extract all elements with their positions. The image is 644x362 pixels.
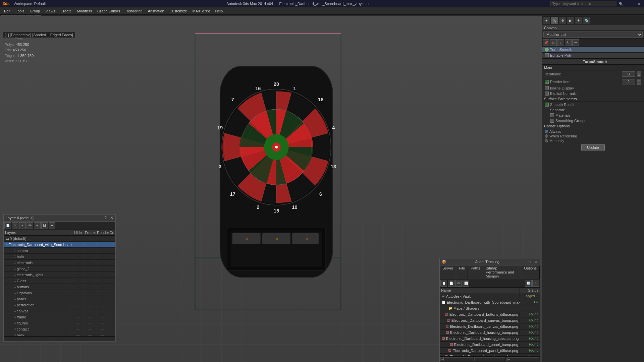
asset-row-0[interactable]: 🏛Autodesk VaultLogged O: [440, 293, 540, 299]
rp-icon-display[interactable]: 👁: [575, 17, 582, 24]
asset-row-2[interactable]: 📁Maps / Shaders: [440, 305, 540, 311]
menu-item-customize[interactable]: Customize: [167, 7, 190, 14]
asset-btn-3[interactable]: 🗂: [455, 280, 462, 287]
asset-scroll-track[interactable]: [474, 357, 505, 361]
layers-row-15[interactable]: ⬡contact———: [4, 326, 115, 332]
asset-row-3[interactable]: 🖼Electronic_Dartboard_buttons_diffuse.pn…: [440, 311, 540, 317]
layers-row-14[interactable]: ⬡figures———: [4, 320, 115, 326]
layers-row-10[interactable]: ⬡panel———: [4, 296, 115, 302]
menu-item-graph-editors[interactable]: Graph Editors: [95, 7, 123, 14]
asset-row-5[interactable]: 🖼Electronic_Dartboard_canvas_diffuse.png…: [440, 323, 540, 329]
asset-menu-server[interactable]: Server: [440, 265, 456, 279]
layers-row-3[interactable]: ⬡bulb———: [4, 254, 115, 260]
layers-btn-hide[interactable]: 👁: [26, 222, 33, 229]
rp-icon-create[interactable]: ✦: [543, 17, 550, 24]
layers-row-4[interactable]: ⬡electronic———: [4, 260, 115, 266]
when-rendering-radio[interactable]: [545, 134, 548, 138]
layers-row-9[interactable]: ⬡Lightbulb———: [4, 290, 115, 296]
asset-close-btn[interactable]: ✕: [534, 259, 538, 264]
search-icon[interactable]: 🔍: [619, 1, 623, 6]
asset-btn-refresh[interactable]: 🔄: [525, 280, 532, 287]
minimize-button[interactable]: −: [625, 1, 629, 6]
mod-icon-box[interactable]: □: [550, 39, 557, 46]
layers-row-11[interactable]: ⬡perforation———: [4, 302, 115, 308]
layers-row-5[interactable]: ⬡glass_2———: [4, 266, 115, 272]
layers-row-16[interactable]: ⬡halp———: [4, 332, 115, 336]
always-radio[interactable]: [545, 130, 548, 133]
asset-row-7[interactable]: 🖼Electronic_Dartboard_housing_specular.p…: [440, 336, 540, 342]
mod-icon-pin[interactable]: 📌: [543, 39, 549, 46]
asset-row-10[interactable]: 🖼Electronic_Dartboard_panel_specular.png…: [440, 354, 540, 356]
menu-item-group[interactable]: Group: [27, 7, 43, 14]
asset-row-4[interactable]: 🖼Electronic_Dartboard_canvas_bump.pngFou…: [440, 317, 540, 323]
asset-minimize-btn[interactable]: −: [527, 259, 529, 264]
layers-btn-delete[interactable]: ✕: [12, 222, 18, 229]
menu-item-animation[interactable]: Animation: [145, 7, 167, 14]
isoline-display-checkbox[interactable]: [545, 86, 549, 90]
asset-maximize-btn[interactable]: □: [531, 259, 533, 264]
asset-btn-1[interactable]: 📋: [440, 280, 447, 287]
smoothing-groups-checkbox[interactable]: [550, 119, 554, 123]
rp-icon-motion[interactable]: ▶: [567, 17, 574, 24]
update-button[interactable]: Update: [581, 144, 604, 150]
mod-icon-rotate[interactable]: ↻: [565, 39, 572, 46]
layers-row-2[interactable]: ⬡screen———: [4, 248, 115, 254]
layers-row-7[interactable]: ⬡Glass———: [4, 278, 115, 284]
menu-item-help[interactable]: Help: [213, 7, 226, 14]
editable-poly-modifier[interactable]: Editable Poly: [542, 53, 644, 58]
layers-row-0[interactable]: 🗂0 (default)———: [4, 236, 115, 242]
rp-icon-utilities[interactable]: 🔩: [583, 17, 590, 24]
modifier-list-dropdown[interactable]: Modifier List: [543, 32, 643, 38]
iterations-down[interactable]: ▼: [637, 74, 641, 77]
iterations-input[interactable]: [622, 71, 635, 77]
layers-btn-freeze[interactable]: ❄: [34, 222, 41, 229]
search-input[interactable]: [550, 1, 617, 6]
materials-checkbox[interactable]: [550, 113, 554, 117]
close-button[interactable]: ✕: [637, 1, 641, 6]
manually-radio[interactable]: [545, 139, 548, 142]
layers-btn-current[interactable]: ●: [49, 222, 55, 229]
smooth-result-checkbox[interactable]: ✓: [545, 103, 549, 107]
asset-menu-options[interactable]: Options: [521, 265, 540, 279]
layers-row-8[interactable]: ⬡buttons———: [4, 284, 115, 290]
menu-item-maxscript[interactable]: MAXScript: [190, 7, 213, 14]
maximize-button[interactable]: □: [631, 1, 635, 6]
layers-scroll-track[interactable]: [4, 337, 115, 342]
layers-row-13[interactable]: ⬡frame———: [4, 314, 115, 320]
mod-icon-scale[interactable]: ⇔: [572, 39, 579, 46]
asset-btn-info[interactable]: ℹ: [532, 280, 539, 287]
layers-btn-new[interactable]: 📄: [4, 222, 11, 229]
layers-btn-render[interactable]: 🎞: [41, 222, 48, 229]
asset-row-8[interactable]: 🖼Electronic_Dartboard_panel_bump.pngFoun…: [440, 342, 540, 348]
layers-close-btn[interactable]: ✕: [110, 216, 113, 220]
asset-menu-paths[interactable]: Paths: [468, 265, 483, 279]
render-iters-checkbox[interactable]: ✓: [545, 80, 549, 84]
asset-menu-file[interactable]: File: [456, 265, 468, 279]
layers-btn-add[interactable]: +: [19, 222, 26, 229]
iterations-up[interactable]: ▲: [637, 71, 641, 74]
layers-help-btn[interactable]: ?: [104, 216, 107, 220]
rp-icon-hierarchy[interactable]: ⚙: [559, 17, 566, 24]
asset-scroll-right[interactable]: ▶: [506, 357, 539, 361]
asset-menu-bitmap[interactable]: Bitmap Performance and Memory: [483, 265, 521, 279]
menu-item-tools[interactable]: Tools: [13, 7, 27, 14]
menu-item-rendering[interactable]: Rendering: [123, 7, 145, 14]
mod-icon-move[interactable]: ↕: [557, 39, 564, 46]
render-iters-down[interactable]: ▼: [637, 82, 641, 85]
layers-row-6[interactable]: ⬡electronic_lights———: [4, 272, 115, 278]
turbosmooth-modifier[interactable]: TurboSmooth: [542, 47, 644, 53]
asset-row-9[interactable]: 🖼Electronic_Dartboard_panel_diffuse.pngF…: [440, 348, 540, 354]
asset-btn-4[interactable]: 📊: [463, 280, 469, 287]
menu-item-edit[interactable]: Edit: [1, 7, 13, 14]
layers-row-1[interactable]: ▶Electronic_Dartboard_with_Scoreboard✓——…: [4, 242, 115, 248]
menu-item-create[interactable]: Create: [58, 7, 74, 14]
layers-row-12[interactable]: ⬡canvas———: [4, 308, 115, 314]
explicit-normals-checkbox[interactable]: [545, 92, 549, 96]
render-iters-input[interactable]: [622, 79, 635, 84]
rp-icon-modify[interactable]: 🔧: [551, 17, 558, 24]
menu-item-modifiers[interactable]: Modifiers: [74, 7, 95, 14]
render-iters-up[interactable]: ▲: [637, 79, 641, 82]
asset-scroll-left[interactable]: ◀: [440, 357, 473, 361]
menu-item-views[interactable]: Views: [43, 7, 58, 14]
asset-row-6[interactable]: 🖼Electronic_Dartboard_housing_bump.pngFo…: [440, 329, 540, 336]
